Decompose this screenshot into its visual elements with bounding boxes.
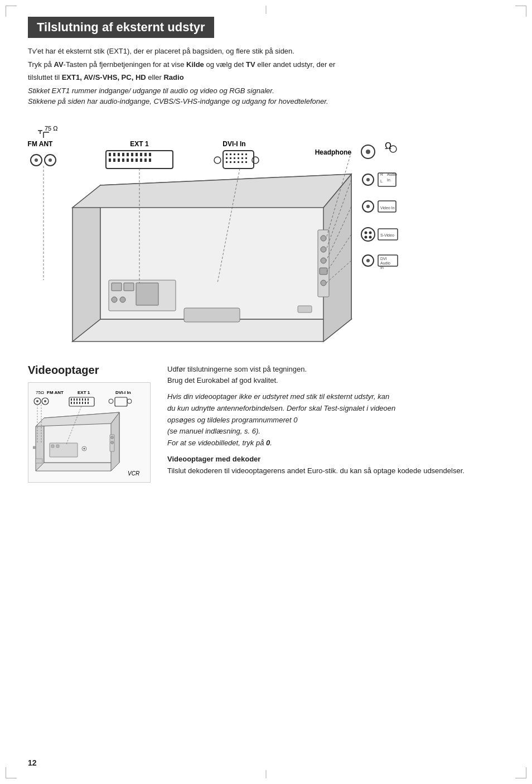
svg-rect-37 xyxy=(230,161,231,163)
side-port-1 xyxy=(321,235,326,241)
vcr-dvi-conn xyxy=(115,397,127,406)
svg-text:DVI: DVI xyxy=(380,257,387,261)
svg-rect-57 xyxy=(88,398,89,401)
vcr-fm2-inner xyxy=(44,400,46,402)
svg-rect-25 xyxy=(230,153,231,155)
svg-rect-23 xyxy=(149,158,151,162)
back-port-2 xyxy=(120,297,125,302)
svg-text:L: L xyxy=(380,179,383,183)
vcr-instruction-italic3: opsøges og tildeles programnummeret 0 xyxy=(167,415,504,426)
svg-text:In: In xyxy=(380,266,384,270)
svg-rect-55 xyxy=(82,398,83,401)
dvi-label: DVI-I In xyxy=(223,140,245,148)
vcr-diagram-svg: 75Ω FM ANT EXT 1 DVI-I In xyxy=(33,387,144,482)
section-title: Tilslutning af eksternt udstyr xyxy=(37,20,205,34)
svg-rect-10 xyxy=(136,153,138,156)
svg-rect-40 xyxy=(241,161,243,163)
svg-rect-63 xyxy=(85,402,86,404)
headphone-label: Headphone xyxy=(315,148,352,156)
vcr-r-port3 xyxy=(33,446,36,449)
vcr-r-port2 xyxy=(111,441,114,444)
headphone-inner xyxy=(366,150,370,154)
svg-rect-28 xyxy=(241,153,243,155)
vcr-dvi-right xyxy=(127,399,132,403)
vcr-bottom-conn xyxy=(36,459,42,463)
vcr-ext1-label: EXT 1 xyxy=(78,390,90,395)
section-header: Tilslutning af eksternt udstyr xyxy=(28,17,214,38)
svg-rect-64 xyxy=(88,402,89,404)
ext1-pins xyxy=(109,153,151,162)
svg-rect-21 xyxy=(140,158,142,162)
svg-rect-11 xyxy=(140,153,142,156)
s-video-pin3 xyxy=(365,235,367,238)
vcr-scart-pin1 xyxy=(51,445,54,448)
svg-rect-17 xyxy=(122,158,124,162)
svg-rect-60 xyxy=(76,402,78,404)
fm-ant-label: FM ANT xyxy=(28,140,53,148)
tv-stand-mount xyxy=(184,308,240,322)
vcr-fm1-inner xyxy=(36,400,38,402)
video-in-inner xyxy=(366,205,370,208)
fm-connector-2-inner xyxy=(49,158,52,162)
s-video-pin2 xyxy=(369,231,372,234)
svg-rect-32 xyxy=(234,157,235,159)
svg-rect-18 xyxy=(127,158,129,162)
svg-rect-53 xyxy=(76,398,78,401)
svg-rect-31 xyxy=(230,157,231,159)
svg-text:Audio: Audio xyxy=(380,261,390,265)
svg-rect-5 xyxy=(113,153,115,156)
bottom-center-mark xyxy=(266,770,267,778)
svg-rect-22 xyxy=(144,158,147,162)
svg-rect-38 xyxy=(234,161,235,163)
svg-rect-24 xyxy=(226,153,228,155)
vcr-subtitle: Videooptager med dekoder xyxy=(167,455,504,463)
side-port-3 xyxy=(321,258,326,263)
svg-rect-20 xyxy=(136,158,138,162)
svg-rect-58 xyxy=(71,402,72,404)
intro-line1: Tv'et har ét eksternt stik (EXT1), der e… xyxy=(28,46,504,57)
intro-line5: Stikkene på siden har audio-indgange, CV… xyxy=(28,96,504,107)
main-diagram-svg: 75 Ω FM ANT EXT 1 xyxy=(28,118,507,353)
corner-mark-tl xyxy=(6,6,17,17)
svg-rect-30 xyxy=(226,157,228,159)
audio-r-inner xyxy=(366,178,370,181)
svg-rect-62 xyxy=(82,402,83,404)
svg-rect-51 xyxy=(71,398,72,401)
svg-rect-36 xyxy=(226,161,228,163)
back-conn-scart xyxy=(136,283,158,305)
svg-rect-27 xyxy=(238,153,239,155)
s-video-socket xyxy=(361,228,375,241)
vcr-section: Videooptager 75Ω FM ANT EXT 1 DVI-I In xyxy=(28,364,151,485)
ohm-label: 75 Ω xyxy=(45,125,58,132)
svg-rect-35 xyxy=(245,157,247,159)
tv-top-face xyxy=(72,174,351,208)
svg-rect-4 xyxy=(109,153,111,156)
vcr-ext1-pins xyxy=(71,398,89,404)
tv-left-side xyxy=(72,185,100,342)
svg-rect-39 xyxy=(238,161,239,163)
svg-rect-6 xyxy=(118,153,120,156)
svg-rect-26 xyxy=(234,153,235,155)
dvi-pins xyxy=(226,153,247,163)
svg-text:Video In: Video In xyxy=(380,206,395,210)
vcr-label-text: VCR xyxy=(128,470,139,477)
vcr-dvi-label: DVI-I In xyxy=(115,390,131,395)
vcr-decoder-text: Tilslut dekoderen til videooptagerens an… xyxy=(167,465,504,477)
main-diagram: 75 Ω FM ANT EXT 1 xyxy=(28,118,504,353)
s-video-pin1 xyxy=(365,231,367,234)
svg-rect-29 xyxy=(245,153,247,155)
back-conn-2 xyxy=(124,283,134,291)
vcr-r-port1 xyxy=(111,436,114,439)
bottom-section: Videooptager 75Ω FM ANT EXT 1 DVI-I In xyxy=(28,364,504,485)
vcr-title: Videooptager xyxy=(28,364,151,377)
svg-rect-8 xyxy=(127,153,129,156)
side-port-4 xyxy=(320,268,327,275)
intro-line3: tilsluttet til EXT1, AV/S-VHS, PC, HD el… xyxy=(28,72,504,83)
svg-rect-15 xyxy=(113,158,115,162)
side-port-2 xyxy=(321,247,326,252)
vcr-instruction-italic5: For at se videobilledet, tryk på 0. xyxy=(167,437,504,449)
corner-mark-br xyxy=(515,767,526,778)
vcr-instruction-italic4: (se manuel indlæsning, s. 6). xyxy=(167,426,504,437)
svg-rect-52 xyxy=(74,398,75,401)
vcr-body-bottom xyxy=(36,463,119,471)
